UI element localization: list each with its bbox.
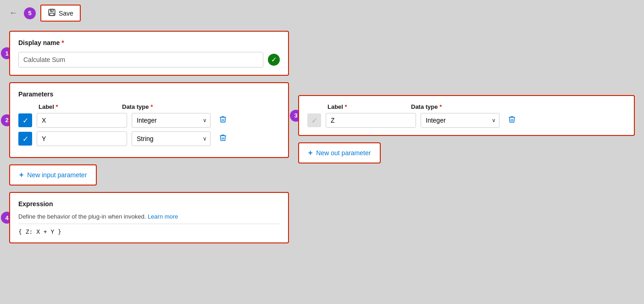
back-button[interactable]: ← (7, 6, 19, 20)
parameters-label: Parameters (18, 90, 280, 98)
expression-code-wrap: { Z: X + Y } (18, 224, 280, 235)
param-datatype-select-x[interactable]: Integer String Boolean Float (132, 113, 211, 128)
param-row-y: ✓ Integer String Boolean Float ∨ (18, 131, 280, 146)
learn-more-link[interactable]: Learn more (148, 213, 178, 220)
expression-wrapper: 4 Expression Define the behavior of the … (9, 192, 289, 243)
out-datatype-col-header: Data type * (411, 103, 490, 110)
out-params-wrapper: 3 Label * Data type * ✓ (298, 95, 635, 136)
parameters-section: Parameters Label * Data type * ✓ (9, 82, 289, 158)
display-name-wrapper: 1 Display name * ✓ (9, 31, 289, 76)
out-param-datatype-wrap-z: Integer String Boolean Float ∨ (421, 113, 500, 128)
new-out-param-label: New out parameter (316, 149, 371, 157)
new-input-param-button[interactable]: + New input parameter (9, 164, 97, 186)
main-area: 1 Display name * ✓ 2 Parameters (0, 26, 644, 253)
new-out-param-button[interactable]: + New out parameter (298, 142, 381, 163)
out-required-label: * (345, 103, 347, 110)
out-param-label-input-z[interactable] (326, 113, 416, 128)
param-row-x: ✓ Integer String Boolean Float ∨ (18, 113, 280, 128)
out-param-datatype-select-z[interactable]: Integer String Boolean Float (421, 113, 500, 128)
toolbar: ← 5 Save (0, 0, 644, 26)
expression-section: Expression Define the behavior of the pl… (9, 192, 289, 243)
out-label-col-header: Label * (328, 103, 406, 110)
save-button[interactable]: Save (40, 5, 81, 22)
display-name-input[interactable] (18, 52, 263, 68)
valid-check-icon: ✓ (268, 54, 280, 66)
out-param-header-row: Label * Data type * (307, 103, 626, 110)
save-label: Save (59, 10, 73, 17)
checkbox-y[interactable]: ✓ (18, 132, 32, 146)
delete-row-y[interactable] (217, 132, 229, 146)
label-col-header: Label * (39, 103, 117, 110)
param-datatype-select-y[interactable]: Integer String Boolean Float (132, 131, 211, 146)
expression-code: { Z: X + Y } (18, 228, 61, 235)
new-input-param-label: New input parameter (27, 171, 87, 179)
checkbox-x[interactable]: ✓ (18, 113, 32, 127)
back-icon: ← (9, 8, 17, 17)
delete-row-x[interactable] (217, 113, 229, 127)
out-plus-icon: + (308, 149, 312, 157)
param-datatype-wrap-y: Integer String Boolean Float ∨ (132, 131, 211, 146)
plus-icon: + (19, 171, 23, 179)
parameters-wrapper: 2 Parameters Label * Data type * (9, 82, 289, 158)
param-label-input-y[interactable] (37, 131, 127, 146)
param-header-row: Label * Data type * (18, 103, 280, 110)
expression-label: Expression (18, 200, 280, 208)
out-required-dtype: * (439, 103, 442, 110)
checkbox-z[interactable]: ✓ (307, 113, 321, 127)
save-icon (48, 8, 56, 18)
expression-description: Define the behavior of the plug-in when … (18, 213, 280, 220)
datatype-col-header: Data type * (122, 103, 201, 110)
display-name-label: Display name * (18, 39, 280, 46)
required-star-1: * (61, 39, 64, 46)
left-column: 1 Display name * ✓ 2 Parameters (9, 31, 289, 243)
out-param-row-z: ✓ Integer String Boolean Float ∨ (307, 113, 626, 128)
right-column: 3 Label * Data type * ✓ (298, 31, 635, 243)
required-star-dtype: * (150, 103, 153, 110)
delete-row-z[interactable] (506, 113, 518, 127)
display-name-section: Display name * ✓ (9, 31, 289, 76)
param-datatype-wrap-x: Integer String Boolean Float ∨ (132, 113, 211, 128)
svg-rect-2 (50, 13, 54, 16)
required-star-label: * (56, 103, 58, 110)
param-label-input-x[interactable] (37, 113, 127, 128)
out-params-section: Label * Data type * ✓ Integer (298, 95, 635, 136)
display-name-input-wrap: ✓ (18, 52, 280, 68)
step-badge: 5 (24, 7, 36, 19)
